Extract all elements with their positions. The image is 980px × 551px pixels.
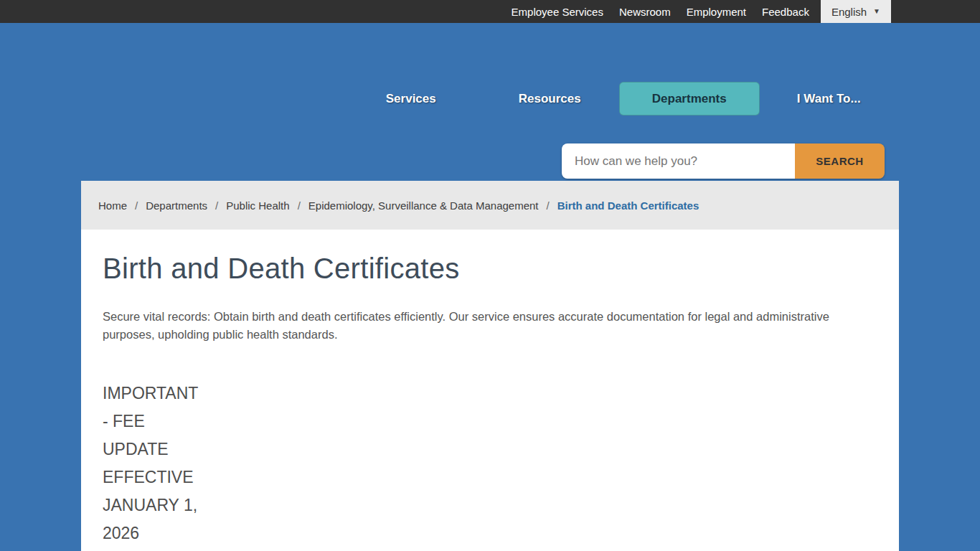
nav-i-want-to[interactable]: I Want To... [760, 82, 899, 116]
breadcrumb: Home / Departments / Public Health / Epi… [81, 181, 899, 230]
notice-line: - FEE [103, 408, 877, 435]
intro-paragraph: Secure vital records: Obtain birth and d… [103, 308, 849, 344]
language-label: English [831, 6, 867, 18]
content-column: Home / Departments / Public Health / Epi… [81, 181, 899, 551]
topbar-link-employee-services[interactable]: Employee Services [504, 0, 611, 23]
breadcrumb-separator: / [298, 199, 301, 212]
fee-update-notice: IMPORTANT - FEE UPDATE EFFECTIVE JANUARY… [103, 380, 877, 547]
language-selector[interactable]: English ▼ [821, 0, 891, 23]
nav-resources[interactable]: Resources [481, 82, 620, 116]
notice-line: UPDATE [103, 435, 877, 463]
chevron-down-icon: ▼ [873, 8, 880, 15]
breadcrumb-public-health[interactable]: Public Health [226, 199, 289, 212]
breadcrumb-epidemiology[interactable]: Epidemiology, Surveillance & Data Manage… [308, 199, 539, 212]
search-bar: SEARCH [562, 143, 885, 179]
breadcrumb-separator: / [135, 199, 138, 212]
nav-services[interactable]: Services [341, 82, 481, 116]
site-header: Services Resources Departments I Want To… [0, 23, 980, 181]
notice-line: EFFECTIVE [103, 463, 877, 491]
topbar-link-employment[interactable]: Employment [679, 0, 754, 23]
breadcrumb-current: Birth and Death Certificates [557, 199, 699, 212]
page-title: Birth and Death Certificates [103, 253, 877, 285]
breadcrumb-separator: / [215, 199, 218, 212]
breadcrumb-separator: / [547, 199, 550, 212]
nav-departments[interactable]: Departments [619, 82, 760, 116]
search-input[interactable] [562, 143, 795, 179]
topbar-link-feedback[interactable]: Feedback [754, 0, 817, 23]
notice-line: JANUARY 1, [103, 491, 877, 519]
notice-line: IMPORTANT [103, 380, 877, 408]
topbar-link-newsroom[interactable]: Newsroom [611, 0, 679, 23]
breadcrumb-home[interactable]: Home [98, 199, 127, 212]
breadcrumb-departments[interactable]: Departments [146, 199, 207, 212]
notice-line: 2026 [103, 519, 877, 547]
page-content: Birth and Death Certificates Secure vita… [81, 253, 899, 547]
search-button[interactable]: SEARCH [795, 143, 885, 179]
main-nav: Services Resources Departments I Want To… [341, 82, 898, 116]
topbar: Employee Services Newsroom Employment Fe… [0, 0, 980, 23]
